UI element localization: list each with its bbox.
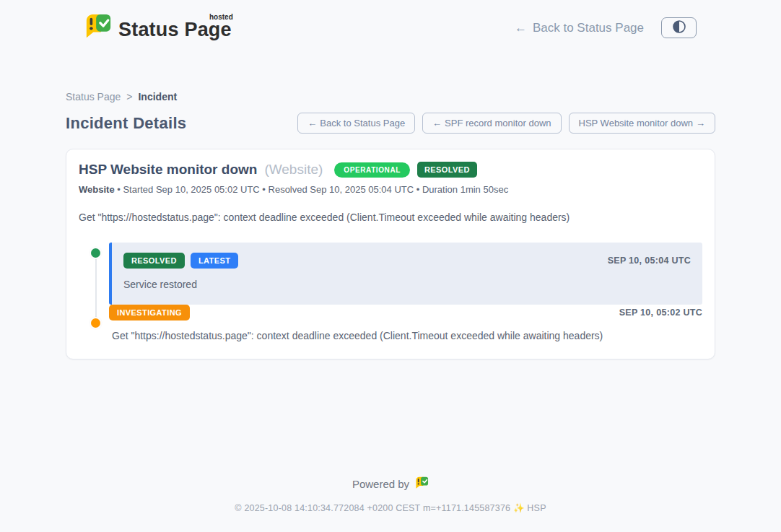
incident-nav-buttons: ← Back to Status Page ← SPF record monit… [297, 113, 715, 134]
breadcrumb-root[interactable]: Status Page [66, 91, 121, 103]
timeline-timestamp: SEP 10, 05:04 UTC [608, 256, 691, 266]
timeline-message: Service restored [123, 279, 691, 290]
status-page-app: Status Page hosted ← Back to Status Page [0, 0, 781, 532]
resolved-state-badge: RESOLVED [417, 162, 477, 178]
timeline-message: Get "https://hostedstatus.page": context… [109, 330, 702, 341]
arrow-left-icon: ← [515, 21, 527, 35]
incident-timeline: RESOLVED LATEST SEP 10, 05:04 UTC Servic… [79, 243, 702, 341]
timeline-dot-resolved [90, 247, 102, 259]
back-to-status-page-button[interactable]: ← Back to Status Page [297, 113, 415, 134]
powered-by-link[interactable]: Powered by [352, 476, 429, 492]
arrow-right-icon: → [696, 118, 705, 128]
main-content: Status Page > Incident Incident Details … [66, 54, 715, 359]
header: Status Page hosted ← Back to Status Page [0, 0, 781, 54]
timeline-timestamp: SEP 10, 05:02 UTC [619, 308, 702, 318]
brand-name: Status Page [118, 19, 232, 40]
next-incident-button[interactable]: HSP Website monitor down → [569, 113, 715, 134]
breadcrumb-current: Incident [138, 91, 177, 103]
timeline-connector-line [95, 253, 97, 324]
incident-scope: (Website) [264, 162, 323, 178]
page-title: Incident Details [66, 114, 186, 133]
nav-button-label: HSP Website monitor down [579, 118, 693, 128]
resolved-badge: RESOLVED [123, 253, 185, 269]
timeline-dot-investigating [90, 317, 102, 329]
incident-description: Get "https://hostedstatus.page": context… [79, 212, 702, 223]
nav-button-label: Back to Status Page [320, 118, 405, 128]
brand-superscript: hosted [209, 13, 233, 21]
timeline-highlight-box: RESOLVED LATEST SEP 10, 05:04 UTC Servic… [109, 243, 702, 305]
arrow-left-icon: ← [432, 118, 442, 128]
incident-component: Website [79, 184, 115, 195]
brand-logo[interactable]: Status Page hosted [84, 13, 232, 43]
incident-card: HSP Website monitor down (Website) OPERA… [66, 149, 715, 359]
footer: Powered by © 2025-10-08 14:10:34.772084 … [0, 476, 781, 532]
status-page-logo-icon [84, 13, 112, 43]
header-back-link-label: Back to Status Page [533, 21, 644, 35]
investigating-badge: INVESTIGATING [109, 305, 190, 320]
nav-button-label: SPF record monitor down [445, 118, 551, 128]
timeline-entry-resolved: RESOLVED LATEST SEP 10, 05:04 UTC Servic… [109, 243, 702, 305]
incident-title: HSP Website monitor down [79, 162, 257, 178]
header-back-link[interactable]: ← Back to Status Page [515, 21, 644, 35]
timeline-entry-investigating: INVESTIGATING SEP 10, 05:02 UTC Get "htt… [109, 305, 702, 341]
status-page-logo-icon [415, 476, 429, 492]
theme-contrast-icon [672, 19, 686, 36]
copyright-text: © 2025-10-08 14:10:34.772084 +0200 CEST … [0, 502, 781, 513]
incident-meta-details: • Started Sep 10, 2025 05:02 UTC • Resol… [117, 184, 508, 195]
operational-status-badge: OPERATIONAL [334, 162, 410, 178]
latest-badge: LATEST [191, 253, 238, 269]
prev-incident-button[interactable]: ← SPF record monitor down [422, 113, 561, 134]
incident-meta: Website • Started Sep 10, 2025 05:02 UTC… [79, 184, 702, 195]
breadcrumb: Status Page > Incident [66, 91, 715, 103]
arrow-left-icon: ← [307, 118, 317, 128]
powered-by-label: Powered by [352, 478, 409, 490]
breadcrumb-separator-icon: > [126, 91, 132, 103]
theme-toggle-button[interactable] [661, 17, 697, 38]
